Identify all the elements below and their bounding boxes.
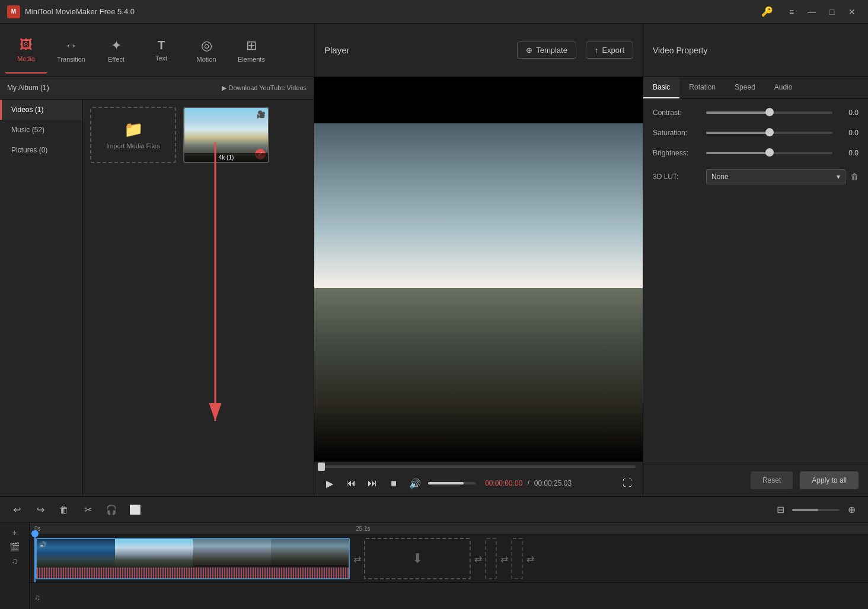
contrast-slider-wrap: 0.0 xyxy=(706,109,859,117)
album-title: My Album (1) xyxy=(7,84,222,92)
saturation-row: Saturation: 0.0 xyxy=(653,129,859,137)
toolbar-wrap: 🖼 Media ↔ Transition ✦ Effect T Text ◎ M… xyxy=(0,24,314,77)
import-media-button[interactable]: 📁 Import Media Files xyxy=(90,107,176,163)
player-controls: ▶ ⏮ ⏭ ■ 🔊 00:00:00.00 / 00:00:25.03 ⛶ xyxy=(314,461,643,496)
tab-basic[interactable]: Basic xyxy=(643,77,679,98)
toolbar-effect-label: Effect xyxy=(108,56,125,63)
lut-select[interactable]: None ▾ xyxy=(706,169,845,184)
audio-waveform xyxy=(37,567,349,578)
youtube-icon: ▶ xyxy=(222,84,226,92)
empty-slot-1 xyxy=(485,538,497,579)
timeline-clip[interactable]: 🔊 xyxy=(36,538,350,579)
timeline-track-controls: + 🎬 ♫ xyxy=(0,523,30,609)
transition-icon: ↔ xyxy=(65,38,78,53)
next-frame-button[interactable]: ⏭ xyxy=(364,475,381,492)
motion-icon: ◎ xyxy=(201,38,212,53)
saturation-thumb[interactable] xyxy=(765,128,774,136)
audio-mix-button[interactable]: 🎧 xyxy=(102,500,121,519)
toolbar-motion[interactable]: ◎ Motion xyxy=(185,27,228,74)
sidebar-item-pictures[interactable]: Pictures (0) xyxy=(0,140,82,160)
timeline-toolbar: ↩ ↪ 🗑 ✂ 🎧 ⬜ ⊟ ⊕ xyxy=(0,497,868,523)
progress-thumb[interactable] xyxy=(318,463,325,471)
contrast-slider[interactable] xyxy=(706,111,832,114)
transition-arrow-2[interactable]: ⇄ xyxy=(498,538,510,579)
sidebar-item-videos[interactable]: Videos (1) xyxy=(0,100,82,120)
transition-left-arrow[interactable]: ⇄ xyxy=(351,538,363,579)
cut-button[interactable]: ✂ xyxy=(78,500,97,519)
tab-rotation[interactable]: Rotation xyxy=(679,77,725,98)
volume-button[interactable]: 🔊 xyxy=(407,475,423,492)
tab-audio[interactable]: Audio xyxy=(765,77,802,98)
zoom-controls: ⊟ ⊕ xyxy=(771,500,861,519)
empty-slot-2 xyxy=(511,538,523,579)
toolbar-text[interactable]: T Text xyxy=(140,27,183,74)
toolbar-media[interactable]: 🖼 Media xyxy=(5,27,47,74)
progress-bar-wrap[interactable] xyxy=(321,462,636,471)
play-button[interactable]: ▶ xyxy=(321,475,338,492)
transition-drop-zone[interactable]: ⬇ xyxy=(364,538,471,579)
download-youtube-button[interactable]: ▶ Download YouTube Videos xyxy=(222,84,307,92)
toolbar-transition[interactable]: ↔ Transition xyxy=(50,27,92,74)
zoom-slider[interactable] xyxy=(792,509,840,511)
undo-button[interactable]: ↩ xyxy=(7,500,26,519)
export-button[interactable]: ↑ Export xyxy=(586,42,633,59)
toolbar-effect[interactable]: ✦ Effect xyxy=(95,27,138,74)
toolbar-elements[interactable]: ⊞ Elements xyxy=(230,27,273,74)
redo-button[interactable]: ↪ xyxy=(31,500,50,519)
media-item-1: 🎥 ✓ 4k (1) xyxy=(183,107,269,163)
app-logo: M xyxy=(7,5,20,18)
sidebar-item-music[interactable]: Music (52) xyxy=(0,120,82,140)
waveform-visual xyxy=(37,567,349,578)
fullscreen-button[interactable]: ⛶ xyxy=(619,475,636,492)
property-title: Video Property xyxy=(653,46,707,55)
contrast-label: Contrast: xyxy=(653,109,706,117)
timeline: ↩ ↪ 🗑 ✂ 🎧 ⬜ ⊟ ⊕ + 🎬 ♫ 0s 25.1s xyxy=(0,496,868,609)
contrast-thumb[interactable] xyxy=(765,108,774,116)
contrast-fill xyxy=(706,111,770,114)
maximize-button[interactable]: □ xyxy=(823,5,841,19)
progress-bar[interactable] xyxy=(321,465,636,468)
brightness-slider[interactable] xyxy=(706,152,832,154)
saturation-fill xyxy=(706,132,770,134)
layers-icon: ⊕ xyxy=(526,46,532,55)
crop-button[interactable]: ⬜ xyxy=(126,500,145,519)
brightness-fill xyxy=(706,152,770,154)
prev-frame-button[interactable]: ⏮ xyxy=(343,475,359,492)
saturation-label: Saturation: xyxy=(653,129,706,137)
add-track-icon[interactable]: + xyxy=(12,528,17,537)
playhead[interactable] xyxy=(34,535,36,582)
video-frame xyxy=(314,77,643,461)
media-label-1: 4k (1) xyxy=(184,153,268,162)
zoom-out-button[interactable]: ⊟ xyxy=(771,500,790,519)
transition-arrow-3[interactable]: ⇄ xyxy=(524,538,536,579)
player-panel: ▶ ⏮ ⏭ ■ 🔊 00:00:00.00 / 00:00:25.03 ⛶ xyxy=(314,77,643,496)
delete-button[interactable]: 🗑 xyxy=(55,500,74,519)
reset-button[interactable]: Reset xyxy=(751,471,793,489)
key-icon[interactable]: 🔑 xyxy=(761,6,773,17)
lut-value: None xyxy=(711,173,729,181)
toolbar-elements-label: Elements xyxy=(238,56,265,63)
template-button[interactable]: ⊕ Template xyxy=(517,42,576,59)
prop-header-wrap: Video Property xyxy=(643,24,868,77)
volume-slider[interactable] xyxy=(428,482,476,484)
minimize-button[interactable]: — xyxy=(803,5,821,19)
apply-all-button[interactable]: Apply to all xyxy=(800,471,859,489)
transition-right-arrow[interactable]: ⇄ xyxy=(472,538,484,579)
menu-button[interactable]: ≡ xyxy=(783,5,800,19)
effect-icon: ✦ xyxy=(111,38,122,53)
time-total: 00:00:25.03 xyxy=(534,479,572,487)
brightness-thumb[interactable] xyxy=(765,148,774,157)
player-label: Player xyxy=(324,45,508,55)
lut-trash-icon[interactable]: 🗑 xyxy=(850,172,859,181)
tab-speed[interactable]: Speed xyxy=(725,77,765,98)
titlebar: M MiniTool MovieMaker Free 5.4.0 🔑 ≡ — □… xyxy=(0,0,868,24)
saturation-value: 0.0 xyxy=(837,129,859,137)
saturation-slider[interactable] xyxy=(706,132,832,134)
brightness-label: Brightness: xyxy=(653,149,706,157)
close-button[interactable]: ✕ xyxy=(843,5,861,19)
stop-button[interactable]: ■ xyxy=(385,475,402,492)
zoom-in-button[interactable]: ⊕ xyxy=(842,500,861,519)
property-tabs: Basic Rotation Speed Audio xyxy=(643,77,868,99)
media-thumbnail-1[interactable]: 🎥 ✓ 4k (1) xyxy=(183,107,269,163)
property-content: Contrast: 0.0 Saturation: 0. xyxy=(643,99,868,464)
